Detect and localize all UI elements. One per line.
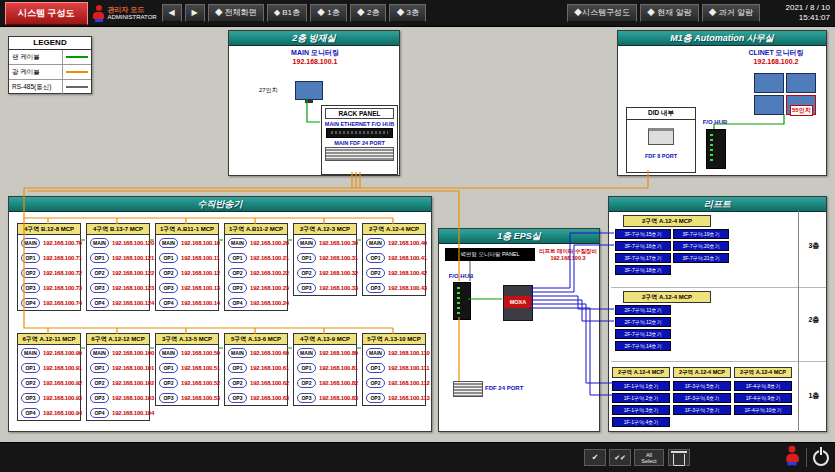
lift-unit-button[interactable]: 1F-1구역.1호기 — [612, 381, 670, 391]
lift-unit-button[interactable]: 1F-1구역.4호기 — [612, 417, 670, 427]
floor-nav-button[interactable]: ◆ 3층 — [389, 4, 426, 22]
user-status-icon[interactable] — [785, 446, 799, 464]
lift-unit-button[interactable]: 1F-1구역.2호기 — [612, 393, 670, 403]
alarm-nav-button[interactable]: ◆ 과거 알람 — [702, 4, 760, 22]
eps-fdf-icon — [453, 381, 483, 397]
mcp-port-row: OP1192.168.100.61 — [225, 360, 287, 375]
port-pill: OP3 — [90, 393, 109, 403]
mcp-port-row: OP1192.168.100.11 — [156, 250, 218, 265]
lift-unit-button[interactable]: 2F-7구역.12호기 — [615, 317, 671, 327]
all-select-button[interactable]: All Select — [634, 449, 664, 466]
lift-unit-button[interactable]: 2F-7구역.11호기 — [615, 305, 671, 315]
floor-nav-button[interactable]: ◆ 1층 — [310, 4, 347, 22]
port-pill: OP4 — [90, 298, 109, 308]
ip-address-label: 192.168.100.13 — [181, 285, 220, 291]
mcp-port-row: OP1192.168.100.41 — [363, 250, 425, 265]
lift-unit-button[interactable]: 3F-7구역.17호기 — [615, 253, 671, 263]
panel-m1-title: M1층 Automation 사무실 — [618, 31, 826, 46]
delete-button[interactable] — [668, 449, 690, 466]
m1-hub-label: F/O HUB — [698, 119, 732, 125]
mcp-box[interactable]: 2구역 A.12-4 MCPMAIN192.168.100.40OP1192.1… — [362, 223, 426, 296]
lift-unit-button[interactable]: 3F-7구역.21호기 — [673, 253, 729, 263]
port-pill: OP2 — [21, 268, 40, 278]
mcp-box[interactable]: 1구역 A.B11-1 MCPMAIN192.168.100.10OP1192.… — [155, 223, 219, 311]
ip-address-label: 192.168.100.42 — [388, 270, 427, 276]
mcp-port-row: MAIN192.168.100.10 — [156, 235, 218, 250]
lift-unit-button[interactable]: 2F-7구역.13호기 — [615, 329, 671, 339]
time-label: 15:41:07 — [766, 13, 830, 23]
lift-unit-button[interactable]: 1F-4구역.9호기 — [734, 393, 792, 403]
panel-1f-eps-room: 1층 EPS실 벽면형 모니터링 PANEL 리프트 데이터 수집장비 192.… — [438, 228, 600, 432]
fdf8-label: FDF 8 PORT — [627, 153, 695, 159]
mcp-box[interactable]: 3구역 A.13-5 MCPMAIN192.168.100.50OP1192.1… — [155, 333, 219, 406]
mcp-box[interactable]: 4구역 B.13-7 MCPMAIN192.168.100.120OP1192.… — [86, 223, 150, 311]
alarm-nav-button[interactable]: ◆ 현재 알람 — [640, 4, 698, 22]
mcp-box[interactable]: 5구역 A.13-6 MCPMAIN192.168.100.60OP1192.1… — [224, 333, 288, 406]
port-pill: OP3 — [21, 393, 40, 403]
alarm-nav-button[interactable]: ◆시스템구성도 — [567, 4, 637, 22]
lift-unit-button[interactable]: 3F-7구역.16호기 — [615, 241, 671, 251]
mcp-box[interactable]: 4구역 B.12-8 MCPMAIN192.168.100.70OP1192.1… — [17, 223, 81, 311]
confirm-button[interactable]: ✔ — [584, 449, 606, 466]
admin-user-icon — [93, 5, 105, 21]
mcp-port-row: OP2192.168.100.32 — [294, 265, 356, 280]
mcp-box-title: 2구역 A.12-3 MCP — [294, 224, 356, 235]
mcp-port-row: OP4192.168.100.104 — [87, 405, 149, 420]
mcp-box[interactable]: 4구역 A.13-9 MCPMAIN192.168.100.80OP1192.1… — [293, 333, 357, 406]
lift-unit-button[interactable]: 1F-1구역.3호기 — [612, 405, 670, 415]
mcp-box[interactable]: 1구역 A.B11-2 MCPMAIN192.168.100.20OP1192.… — [224, 223, 288, 311]
nav-prev-button[interactable]: ◀ — [162, 4, 182, 22]
floor-nav-button[interactable]: ◆ 2층 — [350, 4, 387, 22]
nav-next-button[interactable]: ▶ — [185, 4, 205, 22]
lift-unit-button[interactable]: 1F-4구역.8호기 — [734, 381, 792, 391]
power-button[interactable] — [813, 450, 829, 466]
ip-address-label: 192.168.100.93 — [43, 395, 82, 401]
port-pill: OP3 — [297, 393, 316, 403]
ip-address-label: 192.168.100.70 — [43, 240, 82, 246]
port-pill: OP1 — [90, 363, 109, 373]
rack-panel-title: RACK PANEL — [325, 108, 394, 119]
lift-1f-group-header: 2구역 A.12-4 MCP — [612, 367, 670, 378]
mcp-box[interactable]: 6구역 A.12-11 MCPMAIN192.168.100.90OP1192.… — [17, 333, 81, 421]
port-pill: OP3 — [90, 283, 109, 293]
port-pill: OP1 — [297, 253, 316, 263]
ip-address-label: 192.168.100.53 — [181, 395, 220, 401]
lift-unit-button[interactable]: 1F-3구역.7호기 — [673, 405, 731, 415]
lift-unit-button[interactable]: 3F-7구역.15호기 — [615, 229, 671, 239]
ip-address-label: 192.168.100.41 — [388, 255, 427, 261]
lift-unit-button[interactable]: 1F-3구역.6호기 — [673, 393, 731, 403]
ip-address-label: 192.168.100.102 — [112, 380, 154, 386]
port-pill: MAIN — [366, 348, 385, 358]
mcp-box[interactable]: 5구역 A.13-10 MCPMAIN192.168.100.110OP1192… — [362, 333, 426, 406]
system-config-button[interactable]: 시스템 구성도 — [5, 2, 88, 25]
port-pill: OP4 — [90, 408, 109, 418]
lift-unit-button[interactable]: 1F-4구역.10호기 — [734, 405, 792, 415]
mcp-box-title: 4구역 B.13-7 MCP — [87, 224, 149, 235]
mcp-box[interactable]: 6구역 A.12-12 MCPMAIN192.168.100.100OP1192… — [86, 333, 150, 421]
mcp-box[interactable]: 2구역 A.12-3 MCPMAIN192.168.100.30OP1192.1… — [293, 223, 357, 296]
port-pill: OP2 — [159, 268, 178, 278]
floor-nav-button[interactable]: ◆ B1층 — [267, 4, 307, 22]
port-pill: OP3 — [228, 393, 247, 403]
port-pill: MAIN — [90, 348, 109, 358]
ip-address-label: 192.168.100.74 — [43, 300, 82, 306]
floor-divider — [611, 287, 826, 288]
lift-unit-button[interactable]: 1F-3구역.5호기 — [673, 381, 731, 391]
confirm-all-button[interactable]: ✔✔ — [609, 449, 631, 466]
lift-unit-button[interactable]: 3F-7구역.18호기 — [615, 265, 671, 275]
floor-divider — [611, 361, 826, 362]
ip-address-label: 192.168.100.12 — [181, 270, 220, 276]
lift-unit-button[interactable]: 3F-7구역.20호기 — [673, 241, 729, 251]
lift-unit-column: 1F-4구역.8호기1F-4구역.9호기1F-4구역.10호기 — [734, 381, 792, 415]
lift-2f-group-header: 2구역 A.12-4 MCP — [623, 291, 711, 303]
floor-nav-button[interactable]: ◆ 전체화면 — [208, 4, 264, 22]
lift-unit-button[interactable]: 3F-7구역.19호기 — [673, 229, 729, 239]
fdf-rack-icon — [325, 147, 394, 161]
port-pill: MAIN — [228, 348, 247, 358]
mcp-port-row: OP4192.168.100.74 — [18, 295, 80, 310]
mcp-port-row: OP3192.168.100.123 — [87, 280, 149, 295]
lift-unit-button[interactable]: 2F-7구역.14호기 — [615, 341, 671, 351]
ip-address-label: 192.168.100.33 — [319, 285, 358, 291]
ip-address-label: 192.168.100.22 — [250, 270, 289, 276]
mcp-port-row: OP2192.168.100.52 — [156, 375, 218, 390]
